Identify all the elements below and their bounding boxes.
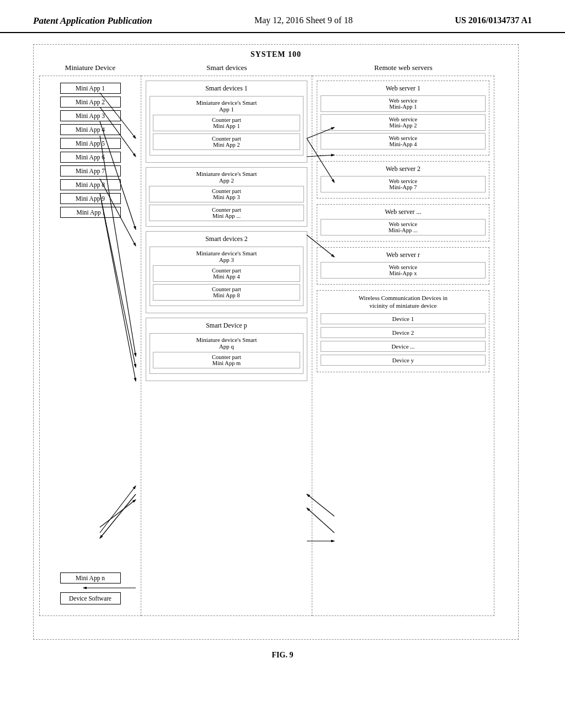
smart-devices-1-section: Smart devices 1 Miniature device's Smart… [146,81,307,163]
patent-number: US 2016/0134737 A1 [455,15,532,25]
mini-app-4: Mini App 4 [60,124,121,135]
smart-device-p-section: Smart Device p Miniature device's SmartA… [146,318,307,381]
col-left: Mini App 1 Mini App 2 Mini App 3 Mini Ap… [39,76,141,616]
counter-part-miniapp1: Counter partMini App 1 [153,115,300,131]
web-server-2-title: Web server 2 [321,165,486,173]
mini-app-8: Mini App 8 [60,179,121,190]
diagram-area: SYSTEM 100 Miniature Device Smart device… [33,44,532,660]
columns-container: Mini App 1 Mini App 2 Mini App 3 Mini Ap… [39,76,513,616]
device-1: Device 1 [321,313,486,324]
web-server-dot-section: Web server ... Web serviceMini-App ... [317,204,489,242]
web-service-miniappdot: Web serviceMini-App ... [321,219,486,235]
col-right: Web server 1 Web serviceMini-App 1 Web s… [312,76,494,616]
web-service-miniappx: Web serviceMini-App x [321,262,486,279]
mini-app-5: Mini App 5 [60,138,121,149]
counter-part-miniapp3: Counter partMini App 3 [149,186,304,202]
web-server-r-section: Web server r Web serviceMini-App x [317,247,489,285]
smart-app-1-box: Miniature device's SmartApp 1 Counter pa… [150,96,303,156]
smart-app-q-title: Miniature device's SmartApp q [153,336,300,350]
mini-app-1: Mini App 1 [60,83,121,94]
col-middle: Smart devices 1 Miniature device's Smart… [141,76,312,616]
mini-app-3: Mini App 3 [60,110,121,121]
web-service-miniapp7: Web serviceMini-App 7 [321,176,486,192]
smart-devices-2-section: Smart devices 2 Miniature device's Smart… [146,231,307,313]
wireless-section: Wireless Communication Devices invicinit… [317,290,489,372]
system-box: SYSTEM 100 Miniature Device Smart device… [33,44,519,640]
smart-app-2-title: Miniature device's SmartApp 2 [149,170,304,184]
web-service-miniapp2: Web serviceMini-App 2 [321,114,486,131]
web-server-1-title: Web server 1 [321,84,486,93]
counter-part-miniapp2: Counter partMini App 2 [153,133,300,150]
mini-apps-list: Mini App 1 Mini App 2 Mini App 3 Mini Ap… [44,81,136,221]
smart-app-q-box: Miniature device's SmartApp q Counter pa… [150,333,303,374]
page-header: Patent Application Publication May 12, 2… [0,0,565,33]
web-service-miniapp1: Web serviceMini-App 1 [321,95,486,112]
smart-devices-1-title: Smart devices 1 [150,84,303,93]
mini-app-n: Mini App n [60,572,121,584]
device-2: Device 2 [321,327,486,338]
mini-app-6: Mini App 6 [60,152,121,163]
wireless-title: Wireless Communication Devices invicinit… [321,294,486,310]
col-header-smart: Smart devices [141,63,312,72]
counter-part-miniappm: Counter partMini App m [153,352,300,368]
counter-part-miniapp4: Counter partMini App 4 [153,265,300,282]
publication-type: Patent Application Publication [33,15,152,26]
device-software: Device Software [60,592,121,604]
device-y: Device y [321,355,486,366]
mini-app-2: Mini App 2 [60,97,121,108]
col-header-remote: Remote web servers [312,63,494,72]
fig-label: FIG. 9 [33,651,532,660]
smart-app-1-title: Miniature device's SmartApp 1 [153,99,300,113]
smart-app-3-box: Miniature device's SmartApp 3 Counter pa… [150,247,303,306]
counter-part-miniappdot: Counter partMini App ... [149,205,304,221]
publication-date-sheet: May 12, 2016 Sheet 9 of 18 [254,15,353,25]
mini-app-7: Mini App 7 [60,165,121,176]
web-service-miniapp4: Web serviceMini-App 4 [321,133,486,149]
col-header-miniature: Miniature Device [39,63,141,72]
web-server-1-section: Web server 1 Web serviceMini-App 1 Web s… [317,81,489,156]
smart-app-2-box: Miniature device's SmartApp 2 Counter pa… [146,167,307,227]
web-server-dot-title: Web server ... [321,208,486,216]
device-dot: Device ... [321,341,486,352]
smart-app-3-title: Miniature device's SmartApp 3 [153,250,300,263]
mini-app-dot: Mini App . [60,207,121,218]
counter-part-miniapp8: Counter partMini App 8 [153,284,300,301]
smart-device-p-title: Smart Device p [150,322,303,330]
web-server-2-section: Web server 2 Web serviceMini-App 7 [317,161,489,199]
web-server-r-title: Web server r [321,251,486,259]
mini-app-9: Mini App 9 [60,193,121,204]
system-title: SYSTEM 100 [39,50,513,59]
bottom-left-boxes: Mini App n Device Software [60,572,121,604]
smart-devices-2-title: Smart devices 2 [150,235,303,243]
